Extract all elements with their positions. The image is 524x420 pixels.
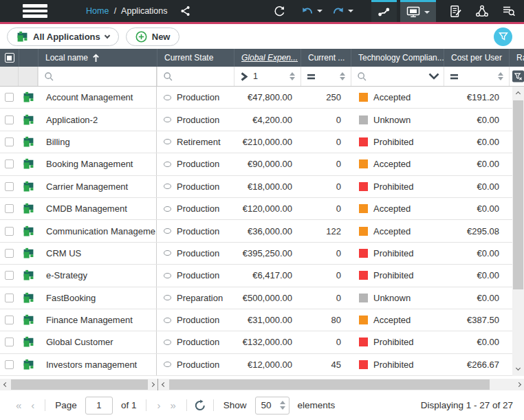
- undo-icon[interactable]: [301, 6, 314, 16]
- scroll-left-arrow[interactable]: [158, 379, 168, 390]
- display-view-button[interactable]: [400, 0, 436, 22]
- table-row[interactable]: Account Management Production €47,800.00…: [0, 87, 524, 109]
- column-header-rank[interactable]: Ran: [509, 49, 524, 67]
- display-view-chevron-icon: [424, 11, 430, 14]
- state-oval-icon: [164, 184, 171, 189]
- expense-spinner[interactable]: [290, 72, 296, 81]
- redo-icon[interactable]: [332, 6, 345, 16]
- row-checkbox[interactable]: [5, 159, 14, 168]
- column-header-cost-per-user[interactable]: Cost per User: [444, 49, 509, 67]
- previous-page-button[interactable]: ‹: [26, 399, 39, 411]
- main-scrollbar-thumb[interactable]: [169, 379, 490, 390]
- report-search-icon[interactable]: [502, 5, 516, 17]
- state-label: Preparation: [177, 293, 223, 303]
- new-button[interactable]: New: [126, 27, 180, 46]
- filter-technology-compliance-dropdown[interactable]: [351, 67, 444, 86]
- undo-options-chevron-icon[interactable]: [317, 10, 323, 12]
- first-page-button[interactable]: «: [11, 399, 26, 411]
- filter-rank-input[interactable]: [509, 67, 524, 86]
- network-icon[interactable]: [475, 5, 489, 18]
- state-oval-icon: [164, 295, 171, 300]
- row-checkbox[interactable]: [5, 204, 14, 213]
- report-edit-icon[interactable]: [449, 5, 462, 18]
- column-header-local-name[interactable]: Local name: [38, 49, 157, 67]
- column-header-global-expense[interactable]: Global Expen...: [234, 49, 301, 67]
- row-checkbox[interactable]: [5, 115, 14, 124]
- row-checkbox[interactable]: [5, 338, 14, 346]
- column-header-current-users[interactable]: Current ...: [301, 49, 351, 67]
- cost-per-user-value: €0.00: [444, 198, 509, 219]
- next-page-button[interactable]: ›: [152, 399, 165, 411]
- cost-per-user-value: €191.20: [444, 87, 509, 108]
- table-row[interactable]: Communication Manageme... Production €36…: [0, 220, 524, 242]
- row-checkbox[interactable]: [5, 137, 14, 146]
- page-label: Page: [55, 400, 77, 410]
- vertical-scrollbar[interactable]: [512, 87, 524, 376]
- application-window: Home / Applications: [0, 0, 524, 420]
- global-expense-value: €47,800.00: [234, 87, 301, 108]
- row-checkbox[interactable]: [5, 271, 14, 280]
- table-row[interactable]: CMDB Management Production €120,000.00 0…: [0, 198, 524, 220]
- filter-local-name-input[interactable]: [38, 67, 157, 86]
- page-number-input[interactable]: [85, 397, 113, 415]
- table-row[interactable]: FastBooking Preparation €500,000.00 0 Un…: [0, 287, 524, 309]
- compliance-label: Unknown: [373, 293, 411, 303]
- row-checkbox[interactable]: [5, 93, 14, 102]
- column-header-technology-compliance[interactable]: Technology Complian...: [351, 49, 444, 67]
- table-row[interactable]: Carrier Management Production €18,000.00…: [0, 176, 524, 198]
- application-icon: [23, 336, 34, 348]
- current-users-value: 45: [301, 354, 351, 375]
- users-spinner[interactable]: [340, 72, 347, 81]
- application-name: Finance Management: [46, 315, 133, 325]
- table-row[interactable]: Global Customer Production €132,000.00 0…: [0, 331, 524, 353]
- filter-global-expense-input[interactable]: 1: [234, 67, 301, 86]
- diagram-view-button[interactable]: [371, 0, 397, 22]
- main-pane-scrollbar[interactable]: [158, 379, 524, 390]
- row-checkbox[interactable]: [5, 294, 14, 302]
- row-checkbox[interactable]: [5, 316, 14, 324]
- table-row[interactable]: Investors management Production €12,000.…: [0, 354, 524, 376]
- filter-button[interactable]: [494, 27, 512, 46]
- table-row[interactable]: CRM US Production €395,250.00 0 Prohibit…: [0, 243, 524, 265]
- elements-label: elements: [298, 400, 336, 410]
- table-row[interactable]: Billing Retirement €210,000.00 0 Prohibi…: [0, 131, 524, 153]
- table-row[interactable]: e-Strategy Production €6,417.00 0 Prohib…: [0, 265, 524, 287]
- page-size-stepper[interactable]: 50: [255, 397, 290, 415]
- scroll-left-arrow[interactable]: [0, 379, 10, 390]
- table-row[interactable]: Finance Management Production €31,000.00…: [0, 309, 524, 331]
- reload-list-button[interactable]: [194, 399, 206, 412]
- current-users-value: 0: [301, 287, 351, 309]
- vertical-scrollbar-thumb[interactable]: [513, 100, 523, 289]
- page-size-spinner[interactable]: [280, 401, 285, 410]
- cost-spinner[interactable]: [498, 72, 505, 81]
- frozen-scrollbar-thumb[interactable]: [11, 379, 148, 390]
- scroll-down-arrow[interactable]: [512, 364, 524, 375]
- menu-icon[interactable]: [23, 4, 47, 18]
- column-header-current-state[interactable]: Current State: [157, 49, 234, 67]
- table-row[interactable]: Booking Management Production €90,000.00…: [0, 153, 524, 175]
- frozen-pane-scrollbar[interactable]: [0, 379, 158, 390]
- redo-options-chevron-icon[interactable]: [348, 10, 353, 12]
- row-checkbox[interactable]: [5, 182, 14, 191]
- line-chart-icon: [378, 7, 391, 17]
- select-all-checkbox[interactable]: [5, 53, 14, 63]
- row-checkbox[interactable]: [5, 227, 14, 236]
- scroll-right-arrow[interactable]: [514, 379, 524, 390]
- row-checkbox[interactable]: [5, 360, 14, 369]
- compliance-color-square: [359, 316, 368, 324]
- share-icon[interactable]: [180, 5, 191, 16]
- last-page-button[interactable]: »: [165, 399, 180, 411]
- scroll-right-arrow[interactable]: [148, 379, 157, 390]
- table-row[interactable]: Application-2 Production €4,200.00 0 Unk…: [0, 109, 524, 131]
- row-checkbox[interactable]: [5, 249, 14, 258]
- scroll-up-arrow[interactable]: [512, 88, 524, 99]
- refresh-icon[interactable]: [273, 5, 286, 18]
- breadcrumb-home-link[interactable]: Home: [86, 6, 109, 16]
- filter-current-state-input[interactable]: [157, 67, 234, 86]
- scope-selector-button[interactable]: All Applications: [7, 27, 119, 46]
- clear-filters-button[interactable]: [512, 71, 524, 82]
- filter-current-users-input[interactable]: [301, 67, 351, 86]
- header-select-all-cell[interactable]: [0, 49, 19, 67]
- filter-cost-per-user-input[interactable]: [444, 67, 509, 86]
- state-label: Production: [177, 337, 219, 347]
